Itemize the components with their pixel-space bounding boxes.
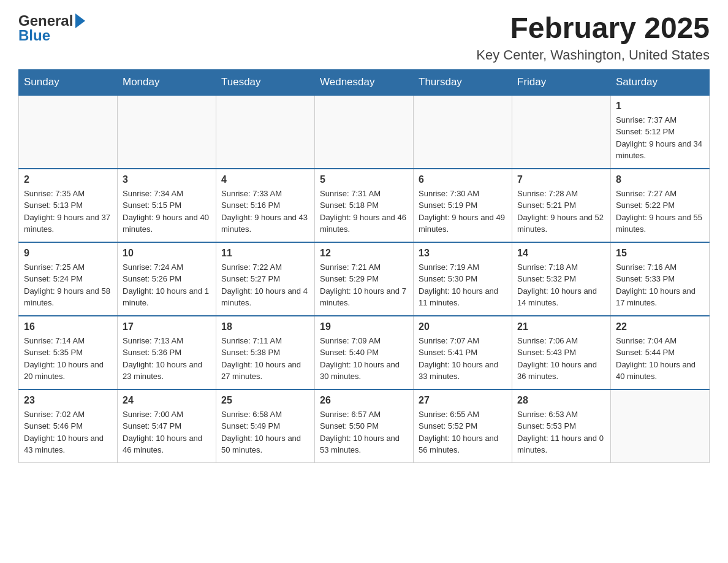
- calendar-cell: 4Sunrise: 7:33 AM Sunset: 5:16 PM Daylig…: [216, 169, 315, 242]
- day-info: Sunrise: 7:14 AM Sunset: 5:35 PM Dayligh…: [24, 335, 112, 383]
- day-info: Sunrise: 6:58 AM Sunset: 5:49 PM Dayligh…: [221, 408, 309, 456]
- location-title: Key Center, Washington, United States: [476, 47, 710, 63]
- title-section: February 2025 Key Center, Washington, Un…: [476, 12, 710, 63]
- day-number: 6: [419, 174, 507, 185]
- calendar-cell: 26Sunrise: 6:57 AM Sunset: 5:50 PM Dayli…: [315, 389, 414, 463]
- day-info: Sunrise: 7:19 AM Sunset: 5:30 PM Dayligh…: [419, 261, 507, 309]
- day-number: 13: [419, 248, 507, 259]
- day-number: 22: [616, 321, 704, 332]
- calendar-cell: 2Sunrise: 7:35 AM Sunset: 5:13 PM Daylig…: [19, 169, 118, 242]
- calendar-cell: 1Sunrise: 7:37 AM Sunset: 5:12 PM Daylig…: [611, 95, 710, 169]
- day-info: Sunrise: 7:16 AM Sunset: 5:33 PM Dayligh…: [616, 261, 704, 309]
- day-info: Sunrise: 7:33 AM Sunset: 5:16 PM Dayligh…: [221, 188, 309, 236]
- day-number: 26: [320, 395, 408, 406]
- day-number: 10: [123, 248, 211, 259]
- calendar-week-row: 16Sunrise: 7:14 AM Sunset: 5:35 PM Dayli…: [19, 316, 710, 389]
- day-info: Sunrise: 7:09 AM Sunset: 5:40 PM Dayligh…: [320, 335, 408, 383]
- day-number: 15: [616, 248, 704, 259]
- day-info: Sunrise: 7:37 AM Sunset: 5:12 PM Dayligh…: [616, 114, 704, 162]
- day-number: 25: [221, 395, 309, 406]
- day-info: Sunrise: 7:22 AM Sunset: 5:27 PM Dayligh…: [221, 261, 309, 309]
- day-number: 17: [123, 321, 211, 332]
- calendar-cell: 10Sunrise: 7:24 AM Sunset: 5:26 PM Dayli…: [118, 242, 216, 316]
- day-info: Sunrise: 7:11 AM Sunset: 5:38 PM Dayligh…: [221, 335, 309, 383]
- day-info: Sunrise: 7:13 AM Sunset: 5:36 PM Dayligh…: [123, 335, 211, 383]
- calendar-cell: 5Sunrise: 7:31 AM Sunset: 5:18 PM Daylig…: [315, 169, 414, 242]
- day-number: 2: [24, 174, 112, 185]
- day-number: 14: [517, 248, 605, 259]
- day-number: 3: [123, 174, 211, 185]
- day-number: 1: [616, 101, 704, 112]
- calendar-cell: [118, 95, 216, 169]
- calendar-header-tuesday: Tuesday: [216, 69, 315, 95]
- day-info: Sunrise: 6:53 AM Sunset: 5:53 PM Dayligh…: [517, 408, 605, 456]
- day-info: Sunrise: 7:18 AM Sunset: 5:32 PM Dayligh…: [517, 261, 605, 309]
- calendar-header-friday: Friday: [512, 69, 611, 95]
- day-info: Sunrise: 7:28 AM Sunset: 5:21 PM Dayligh…: [517, 188, 605, 236]
- calendar-cell: 12Sunrise: 7:21 AM Sunset: 5:29 PM Dayli…: [315, 242, 414, 316]
- day-number: 19: [320, 321, 408, 332]
- calendar-cell: [315, 95, 414, 169]
- day-info: Sunrise: 7:21 AM Sunset: 5:29 PM Dayligh…: [320, 261, 408, 309]
- calendar-cell: [19, 95, 118, 169]
- calendar-cell: [611, 389, 710, 463]
- calendar-week-row: 23Sunrise: 7:02 AM Sunset: 5:46 PM Dayli…: [19, 389, 710, 463]
- calendar-cell: 28Sunrise: 6:53 AM Sunset: 5:53 PM Dayli…: [512, 389, 611, 463]
- calendar-table: SundayMondayTuesdayWednesdayThursdayFrid…: [18, 69, 710, 464]
- calendar-cell: 25Sunrise: 6:58 AM Sunset: 5:49 PM Dayli…: [216, 389, 315, 463]
- calendar-cell: 15Sunrise: 7:16 AM Sunset: 5:33 PM Dayli…: [611, 242, 710, 316]
- day-number: 7: [517, 174, 605, 185]
- calendar-cell: [216, 95, 315, 169]
- calendar-cell: 8Sunrise: 7:27 AM Sunset: 5:22 PM Daylig…: [611, 169, 710, 242]
- calendar-cell: 21Sunrise: 7:06 AM Sunset: 5:43 PM Dayli…: [512, 316, 611, 389]
- calendar-header-sunday: Sunday: [19, 69, 118, 95]
- calendar-cell: 14Sunrise: 7:18 AM Sunset: 5:32 PM Dayli…: [512, 242, 611, 316]
- day-number: 9: [24, 248, 112, 259]
- calendar-cell: 27Sunrise: 6:55 AM Sunset: 5:52 PM Dayli…: [414, 389, 512, 463]
- day-number: 27: [419, 395, 507, 406]
- day-number: 16: [24, 321, 112, 332]
- calendar-week-row: 2Sunrise: 7:35 AM Sunset: 5:13 PM Daylig…: [19, 169, 710, 242]
- calendar-cell: 19Sunrise: 7:09 AM Sunset: 5:40 PM Dayli…: [315, 316, 414, 389]
- calendar-cell: 11Sunrise: 7:22 AM Sunset: 5:27 PM Dayli…: [216, 242, 315, 316]
- month-title: February 2025: [476, 12, 710, 45]
- day-info: Sunrise: 6:55 AM Sunset: 5:52 PM Dayligh…: [419, 408, 507, 456]
- calendar-cell: 13Sunrise: 7:19 AM Sunset: 5:30 PM Dayli…: [414, 242, 512, 316]
- logo-arrow-icon: [75, 13, 85, 28]
- day-number: 4: [221, 174, 309, 185]
- calendar-cell: 22Sunrise: 7:04 AM Sunset: 5:44 PM Dayli…: [611, 316, 710, 389]
- calendar-header-thursday: Thursday: [414, 69, 512, 95]
- calendar-week-row: 9Sunrise: 7:25 AM Sunset: 5:24 PM Daylig…: [19, 242, 710, 316]
- logo-blue: Blue: [18, 27, 85, 44]
- logo-blue-text: Blue: [18, 27, 50, 44]
- calendar-cell: [414, 95, 512, 169]
- day-number: 5: [320, 174, 408, 185]
- calendar-cell: 16Sunrise: 7:14 AM Sunset: 5:35 PM Dayli…: [19, 316, 118, 389]
- calendar-cell: 7Sunrise: 7:28 AM Sunset: 5:21 PM Daylig…: [512, 169, 611, 242]
- day-number: 20: [419, 321, 507, 332]
- day-number: 24: [123, 395, 211, 406]
- calendar-cell: 24Sunrise: 7:00 AM Sunset: 5:47 PM Dayli…: [118, 389, 216, 463]
- day-number: 18: [221, 321, 309, 332]
- calendar-header-saturday: Saturday: [611, 69, 710, 95]
- day-number: 28: [517, 395, 605, 406]
- calendar-cell: [512, 95, 611, 169]
- day-number: 21: [517, 321, 605, 332]
- calendar-cell: 6Sunrise: 7:30 AM Sunset: 5:19 PM Daylig…: [414, 169, 512, 242]
- day-info: Sunrise: 7:27 AM Sunset: 5:22 PM Dayligh…: [616, 188, 704, 236]
- day-info: Sunrise: 7:04 AM Sunset: 5:44 PM Dayligh…: [616, 335, 704, 383]
- calendar-cell: 18Sunrise: 7:11 AM Sunset: 5:38 PM Dayli…: [216, 316, 315, 389]
- calendar-cell: 17Sunrise: 7:13 AM Sunset: 5:36 PM Dayli…: [118, 316, 216, 389]
- logo: General Blue: [18, 12, 85, 44]
- day-number: 12: [320, 248, 408, 259]
- calendar-cell: 3Sunrise: 7:34 AM Sunset: 5:15 PM Daylig…: [118, 169, 216, 242]
- calendar-cell: 9Sunrise: 7:25 AM Sunset: 5:24 PM Daylig…: [19, 242, 118, 316]
- day-info: Sunrise: 7:35 AM Sunset: 5:13 PM Dayligh…: [24, 188, 112, 236]
- calendar-cell: 23Sunrise: 7:02 AM Sunset: 5:46 PM Dayli…: [19, 389, 118, 463]
- day-info: Sunrise: 7:25 AM Sunset: 5:24 PM Dayligh…: [24, 261, 112, 309]
- day-info: Sunrise: 7:30 AM Sunset: 5:19 PM Dayligh…: [419, 188, 507, 236]
- calendar-header-monday: Monday: [118, 69, 216, 95]
- day-info: Sunrise: 7:06 AM Sunset: 5:43 PM Dayligh…: [517, 335, 605, 383]
- day-info: Sunrise: 7:24 AM Sunset: 5:26 PM Dayligh…: [123, 261, 211, 309]
- day-number: 11: [221, 248, 309, 259]
